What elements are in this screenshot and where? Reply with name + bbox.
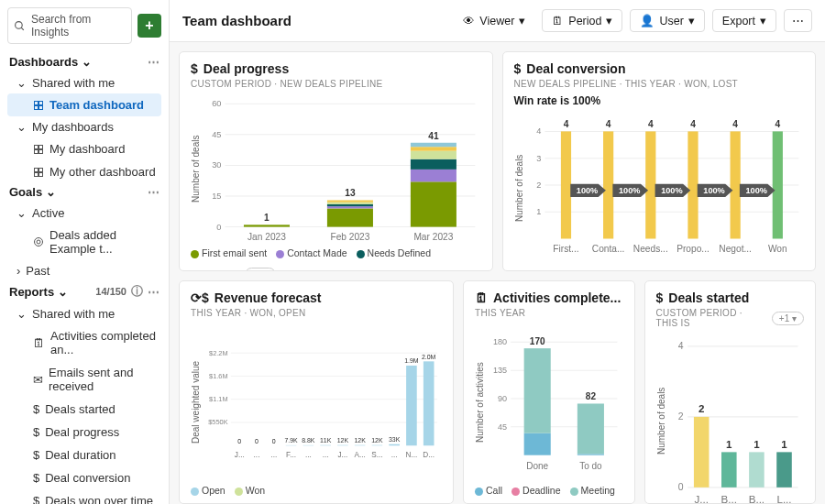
svg-text:1: 1 bbox=[264, 213, 270, 223]
svg-text:15: 15 bbox=[212, 192, 221, 201]
card-deals-started: $Deals started CUSTOM PERIOD · THIS IS +… bbox=[644, 280, 817, 504]
sidebar-item-deals-started[interactable]: $Deals started bbox=[7, 398, 161, 421]
svg-text:8.8K: 8.8K bbox=[302, 437, 315, 444]
svg-rect-10 bbox=[35, 168, 38, 171]
y-axis-label: Deal weighted value bbox=[191, 323, 201, 481]
sidebar-item-deal-progress[interactable]: $Deal progress bbox=[7, 421, 161, 444]
section-reports-header[interactable]: Reports ⌄ 14/150 ⓘ ⋯ bbox=[7, 281, 161, 303]
legend-more-badge[interactable]: +2▾ bbox=[245, 268, 276, 271]
card-deal-progress: $Deal progress CUSTOM PERIOD · NEW DEALS… bbox=[179, 51, 493, 271]
svg-rect-55 bbox=[603, 131, 613, 238]
more-icon[interactable]: ⋯ bbox=[148, 185, 160, 199]
y-axis-label: Number of deals bbox=[656, 334, 666, 504]
svg-rect-32 bbox=[327, 203, 373, 204]
calendar-icon: 🗓 bbox=[33, 336, 45, 350]
viewer-dropdown[interactable]: 👁Viewer▾ bbox=[454, 10, 534, 31]
section-dashboards-header[interactable]: Dashboards ⌄ ⋯ bbox=[7, 53, 161, 72]
user-icon: 👤 bbox=[640, 14, 654, 27]
svg-text:12K: 12K bbox=[337, 437, 349, 444]
svg-rect-101 bbox=[355, 445, 366, 446]
svg-text:90: 90 bbox=[498, 394, 507, 403]
svg-rect-98 bbox=[337, 445, 348, 446]
svg-text:1: 1 bbox=[726, 439, 732, 450]
info-icon[interactable]: ⓘ bbox=[131, 283, 143, 300]
svg-text:N...: N... bbox=[406, 451, 418, 459]
dollar-icon: $ bbox=[33, 494, 39, 504]
svg-text:4: 4 bbox=[536, 126, 541, 136]
svg-rect-29 bbox=[327, 208, 373, 226]
svg-rect-104 bbox=[372, 445, 383, 446]
svg-text:33K: 33K bbox=[389, 436, 401, 443]
svg-text:1: 1 bbox=[754, 439, 760, 450]
search-input[interactable]: Search from Insights bbox=[7, 7, 132, 44]
svg-rect-2 bbox=[35, 101, 38, 104]
svg-text:4: 4 bbox=[732, 119, 738, 129]
svg-text:1: 1 bbox=[536, 207, 541, 216]
svg-rect-37 bbox=[411, 170, 456, 181]
more-button[interactable]: ⋯ bbox=[784, 9, 812, 32]
svg-rect-129 bbox=[578, 403, 604, 454]
svg-text:1.9M: 1.9M bbox=[404, 357, 419, 364]
main: Team dashboard 👁Viewer▾ 🗓Period▾ 👤User▾ … bbox=[170, 0, 825, 504]
svg-text:Done: Done bbox=[526, 461, 548, 471]
svg-text:100%: 100% bbox=[619, 186, 640, 195]
svg-rect-9 bbox=[39, 149, 43, 153]
svg-rect-64 bbox=[730, 131, 740, 238]
svg-text:$550K: $550K bbox=[208, 418, 227, 426]
svg-text:First...: First... bbox=[553, 244, 578, 254]
svg-text:S...: S... bbox=[371, 451, 382, 459]
svg-text:To do: To do bbox=[579, 461, 602, 471]
group-my-dashboards[interactable]: ⌄My dashboards bbox=[7, 116, 161, 137]
more-icon[interactable]: ⋯ bbox=[148, 285, 160, 299]
sub-more-badge[interactable]: +1▾ bbox=[772, 312, 804, 325]
svg-rect-7 bbox=[39, 145, 43, 148]
sidebar-item-emails[interactable]: ✉Emails sent and received bbox=[7, 361, 161, 398]
svg-text:2: 2 bbox=[698, 403, 703, 414]
svg-text:3: 3 bbox=[536, 154, 541, 163]
sidebar-item-deals-added-example[interactable]: Deals added Example t... bbox=[7, 224, 161, 260]
group-shared-with-me[interactable]: ⌄Shared with me bbox=[7, 72, 161, 93]
svg-text:4: 4 bbox=[605, 119, 610, 129]
user-dropdown[interactable]: 👤User▾ bbox=[630, 9, 704, 32]
svg-rect-113 bbox=[424, 361, 434, 445]
more-icon[interactable]: ⋯ bbox=[148, 55, 160, 69]
activities-chart: 4590135180170Done82To do bbox=[485, 323, 623, 481]
svg-text:J...: J... bbox=[337, 451, 347, 459]
group-past[interactable]: ›Past bbox=[7, 260, 161, 281]
svg-text:0: 0 bbox=[272, 438, 276, 444]
svg-rect-147 bbox=[776, 452, 792, 487]
export-dropdown[interactable]: Export▾ bbox=[712, 9, 776, 32]
search-placeholder: Search from Insights bbox=[31, 13, 126, 38]
svg-text:135: 135 bbox=[493, 366, 507, 375]
sidebar-item-deals-won-over-time[interactable]: $Deals won over time bbox=[7, 489, 161, 504]
svg-text:A...: A... bbox=[354, 451, 365, 459]
sidebar-item-activities-completed[interactable]: 🗓Activities completed an... bbox=[7, 324, 161, 361]
svg-text:1: 1 bbox=[781, 439, 787, 450]
deal-conversion-chart: 12344First...4Conta...4Needs...4Propo...… bbox=[524, 113, 805, 263]
group-active[interactable]: ⌄Active bbox=[7, 203, 161, 224]
svg-rect-144 bbox=[749, 452, 764, 487]
chevron-down-icon: ▾ bbox=[519, 14, 525, 27]
svg-text:$1.6M: $1.6M bbox=[209, 372, 228, 380]
period-dropdown[interactable]: 🗓Period▾ bbox=[542, 9, 622, 32]
svg-rect-6 bbox=[35, 145, 38, 148]
svg-text:100%: 100% bbox=[745, 186, 766, 195]
sidebar-item-my-dashboard[interactable]: My dashboard bbox=[7, 137, 161, 160]
sidebar-item-team-dashboard[interactable]: Team dashboard bbox=[7, 93, 161, 116]
svg-text:12K: 12K bbox=[371, 437, 383, 444]
group-reports-shared[interactable]: ⌄Shared with me bbox=[7, 303, 161, 324]
svg-rect-38 bbox=[411, 159, 456, 170]
section-goals-header[interactable]: Goals ⌄ ⋯ bbox=[7, 183, 161, 203]
sidebar-item-my-other-dashboard[interactable]: My other dashboard bbox=[7, 160, 161, 183]
dollar-icon: $ bbox=[33, 425, 39, 439]
sidebar-item-deal-duration[interactable]: $Deal duration bbox=[7, 444, 161, 466]
svg-text:L...: L... bbox=[776, 494, 791, 504]
svg-text:12K: 12K bbox=[354, 437, 366, 444]
sidebar-item-deal-conversion[interactable]: $Deal conversion bbox=[7, 466, 161, 489]
add-button[interactable]: + bbox=[138, 14, 161, 38]
chevron-down-icon: ▾ bbox=[760, 14, 766, 27]
eye-icon: 👁 bbox=[463, 15, 475, 27]
dashboard-icon bbox=[33, 167, 44, 178]
chevron-down-icon: ▾ bbox=[264, 269, 269, 271]
svg-text:2.0M: 2.0M bbox=[422, 354, 436, 360]
